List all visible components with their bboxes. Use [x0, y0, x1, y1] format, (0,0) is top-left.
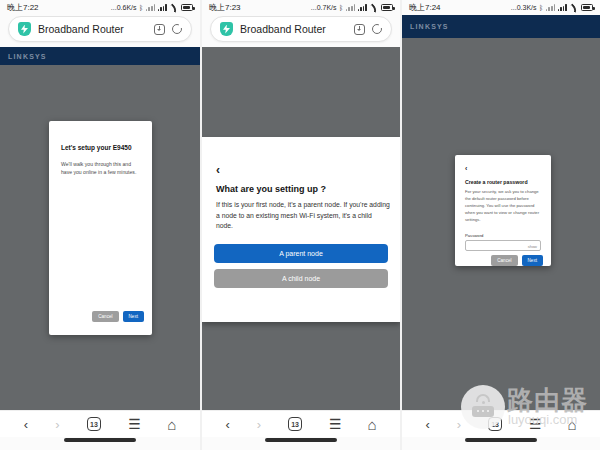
status-bar: 晚上7:24 ...0.3K/s ᛒ: [402, 0, 600, 15]
password-dialog: ‹ Create a router password For your secu…: [455, 155, 551, 266]
sheet-title: What are you setting up ?: [216, 184, 326, 194]
setup-card-body: We'll walk you through this and have you…: [61, 160, 140, 177]
status-time: 晚上7:24: [409, 2, 441, 13]
signal-bars-icon: [158, 4, 167, 11]
back-chevron-icon[interactable]: ‹: [216, 163, 220, 177]
linksys-header: LINKSYS: [0, 47, 200, 65]
setup-card-title: Let's setup your E9450: [61, 144, 140, 151]
battery-icon: [181, 4, 193, 11]
refresh-icon[interactable]: [372, 24, 382, 34]
cancel-button[interactable]: Cancel: [491, 255, 517, 266]
add-bookmark-icon[interactable]: [154, 24, 165, 35]
dialog-body: For your security, we ask you to change …: [465, 189, 544, 224]
forward-icon[interactable]: ›: [457, 418, 461, 431]
show-password-toggle[interactable]: show: [528, 244, 537, 249]
child-node-button[interactable]: A child node: [214, 269, 388, 288]
next-button[interactable]: Next: [123, 311, 144, 322]
bluetooth-icon: ᛒ: [339, 4, 343, 11]
home-indicator: [64, 438, 136, 442]
back-icon[interactable]: ‹: [24, 418, 28, 431]
forward-icon[interactable]: ›: [55, 418, 59, 431]
phone-screen-1: 晚上7:22 ...0.6K/s ᛒ Broadband Router LINK…: [0, 0, 200, 450]
home-indicator: [465, 438, 537, 442]
net-speed-text: ...0.3K/s: [511, 4, 537, 11]
password-field-wrap: show: [465, 240, 541, 251]
watermark-logo: [461, 385, 505, 429]
home-indicator: [265, 438, 337, 442]
battery-icon: [581, 4, 593, 11]
site-shield-icon: [220, 22, 233, 36]
linksys-header: LINKSYS: [402, 15, 600, 38]
status-icons: ...0.7K/s ᛒ: [311, 4, 393, 11]
node-type-sheet: ‹ What are you setting up ? If this is y…: [202, 137, 400, 322]
status-icons: ...0.3K/s ᛒ: [511, 4, 593, 11]
parent-node-button[interactable]: A parent node: [214, 244, 388, 263]
status-time: 晚上7:22: [7, 2, 39, 13]
bluetooth-icon: ᛒ: [139, 4, 143, 11]
cancel-button[interactable]: Cancel: [92, 311, 118, 322]
setup-card: Let's setup your E9450 We'll walk you th…: [49, 121, 152, 335]
add-bookmark-icon[interactable]: [354, 24, 365, 35]
back-chevron-icon[interactable]: ‹: [465, 165, 467, 172]
linksys-logo: LINKSYS: [410, 23, 449, 30]
browser-toolbar: ‹ › 13 ☰ ⌂: [0, 410, 200, 437]
page-title: Broadband Router: [240, 23, 354, 35]
forward-icon[interactable]: ›: [257, 418, 261, 431]
status-icons: ...0.6K/s ᛒ: [111, 4, 193, 11]
home-icon[interactable]: ⌂: [167, 416, 176, 433]
screenshot-montage: 晚上7:22 ...0.6K/s ᛒ Broadband Router LINK…: [0, 0, 600, 450]
refresh-icon[interactable]: [172, 24, 182, 34]
phone-screen-3: 晚上7:24 ...0.3K/s ᛒ LINKSYS ‹ Create a ro…: [400, 0, 600, 450]
tab-count-button[interactable]: 13: [288, 417, 302, 431]
next-button[interactable]: Next: [522, 255, 543, 266]
linksys-logo: LINKSYS: [8, 53, 47, 60]
back-icon[interactable]: ‹: [425, 418, 429, 431]
wifi-icon: [368, 3, 378, 13]
wifi-icon: [568, 3, 578, 13]
signal-bars-icon: [358, 4, 367, 11]
password-label: Password: [465, 233, 483, 238]
signal-bars-icon: [546, 4, 555, 11]
menu-icon[interactable]: ☰: [329, 416, 341, 432]
site-shield-icon: [18, 22, 31, 36]
signal-bars-icon: [558, 4, 567, 11]
status-bar: 晚上7:22 ...0.6K/s ᛒ: [0, 0, 200, 15]
status-bar: 晚上7:23 ...0.7K/s ᛒ: [202, 0, 400, 15]
page-title: Broadband Router: [38, 23, 154, 35]
phone-screen-2: 晚上7:23 ...0.7K/s ᛒ Broadband Router ‹ Wh…: [200, 0, 400, 450]
browser-toolbar: ‹ › 13 ☰ ⌂: [202, 410, 400, 437]
signal-bars-icon: [346, 4, 355, 11]
browser-address-bar[interactable]: Broadband Router: [210, 16, 392, 42]
back-icon[interactable]: ‹: [225, 418, 229, 431]
bluetooth-icon: ᛒ: [539, 4, 543, 11]
home-icon[interactable]: ⌂: [367, 416, 376, 433]
sheet-body: If this is your first node, it's a paren…: [216, 200, 390, 232]
battery-icon: [381, 4, 393, 11]
menu-icon[interactable]: ☰: [128, 416, 140, 432]
tab-count-button[interactable]: 13: [87, 417, 101, 431]
signal-bars-icon: [146, 4, 155, 11]
net-speed-text: ...0.7K/s: [311, 4, 337, 11]
dialog-title: Create a router password: [465, 179, 528, 185]
wifi-icon: [168, 3, 178, 13]
status-time: 晚上7:23: [209, 2, 241, 13]
browser-address-bar[interactable]: Broadband Router: [8, 16, 192, 42]
watermark-domain: luyouqi.com: [508, 412, 577, 427]
net-speed-text: ...0.6K/s: [111, 4, 137, 11]
